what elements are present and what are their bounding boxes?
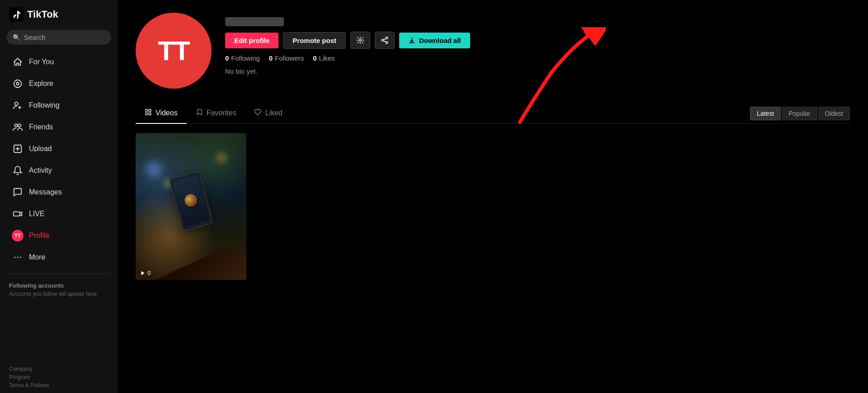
profile-nav-avatar: TT xyxy=(12,230,24,241)
svg-point-1 xyxy=(14,80,22,88)
globe-on-phone xyxy=(183,192,198,208)
home-icon xyxy=(12,56,24,68)
profile-bio: No bio yet. xyxy=(225,67,470,75)
promote-post-button[interactable]: Promote post xyxy=(283,32,346,49)
main-nav: For You Explore Following Friends xyxy=(0,49,118,270)
play-count-value: 0 xyxy=(147,270,151,276)
tab-liked-label: Liked xyxy=(265,109,282,117)
sidebar-divider xyxy=(6,274,111,274)
tab-videos[interactable]: Videos xyxy=(136,103,187,124)
sidebar-item-upload[interactable]: Upload xyxy=(3,138,115,159)
nav-label-profile: Profile xyxy=(29,232,49,240)
sidebar-item-more[interactable]: More xyxy=(3,247,115,268)
play-icon xyxy=(140,270,146,276)
sort-oldest-button[interactable]: Oldest xyxy=(818,107,850,120)
more-icon xyxy=(12,251,24,263)
video-thumbnail xyxy=(136,133,246,280)
followers-label: Followers xyxy=(275,54,304,62)
svg-rect-7 xyxy=(14,212,20,216)
likes-stat: 0 Likes xyxy=(313,54,335,62)
tab-favorites[interactable]: Favorites xyxy=(187,103,245,124)
svg-point-13 xyxy=(382,39,384,42)
following-icon xyxy=(12,99,24,111)
bokeh-blue xyxy=(145,160,163,178)
search-icon: 🔍 xyxy=(13,34,20,41)
video-card[interactable]: 0 xyxy=(136,133,246,280)
profile-stats: 0 Following 0 Followers 0 Likes xyxy=(225,54,470,62)
svg-rect-18 xyxy=(149,113,151,115)
following-label: Following xyxy=(231,54,259,62)
download-all-label: Download all xyxy=(419,37,461,44)
following-stat[interactable]: 0 Following xyxy=(225,54,260,62)
profile-avatar: TT xyxy=(136,13,212,89)
content-tabs: Videos Favorites Liked Latest Popular Ol… xyxy=(136,103,850,124)
gear-icon xyxy=(356,36,364,44)
search-bar[interactable]: 🔍 Search xyxy=(6,30,111,45)
svg-point-2 xyxy=(16,82,19,85)
svg-rect-17 xyxy=(146,113,148,115)
sidebar-item-friends[interactable]: Friends xyxy=(3,117,115,137)
sidebar-item-live[interactable]: LIVE xyxy=(3,204,115,224)
edit-profile-button[interactable]: Edit profile xyxy=(225,33,278,48)
tab-favorites-label: Favorites xyxy=(207,109,236,117)
sidebar-item-for-you[interactable]: For You xyxy=(3,52,115,72)
sidebar-item-explore[interactable]: Explore xyxy=(3,73,115,94)
svg-point-12 xyxy=(386,37,388,39)
svg-point-4 xyxy=(14,124,17,127)
liked-tab-icon xyxy=(254,109,261,118)
nav-label-messages: Messages xyxy=(29,188,62,196)
sidebar-logo[interactable]: TikTok xyxy=(0,0,118,27)
tab-videos-label: Videos xyxy=(156,109,178,117)
following-accounts-section: Following accounts Accounts you follow w… xyxy=(0,278,118,299)
bokeh-yellow xyxy=(215,151,228,165)
video-play-count: 0 xyxy=(140,270,151,276)
app-title: TikTok xyxy=(27,9,58,20)
following-accounts-title: Following accounts xyxy=(9,282,108,289)
explore-icon xyxy=(12,78,24,90)
svg-marker-19 xyxy=(142,271,145,275)
download-all-button[interactable]: Download all xyxy=(399,33,470,48)
footer-company[interactable]: Company xyxy=(9,366,108,372)
svg-point-3 xyxy=(15,102,18,105)
profile-header: TT Edit profile Promote post Download al… xyxy=(136,13,850,89)
nav-label-live: LIVE xyxy=(29,210,45,218)
following-count: 0 xyxy=(225,54,229,62)
footer-program[interactable]: Program xyxy=(9,374,108,380)
settings-icon-button[interactable] xyxy=(350,32,370,49)
svg-rect-16 xyxy=(149,109,151,112)
profile-info: Edit profile Promote post Download all 0… xyxy=(225,13,470,75)
friends-icon xyxy=(12,121,24,133)
sort-popular-button[interactable]: Popular xyxy=(782,107,817,120)
tab-liked[interactable]: Liked xyxy=(245,103,291,124)
nav-label-explore: Explore xyxy=(29,80,53,88)
sidebar-item-activity[interactable]: Activity xyxy=(3,160,115,181)
svg-point-11 xyxy=(359,39,362,42)
following-accounts-subtitle: Accounts you follow will appear here xyxy=(9,291,108,297)
likes-label: Likes xyxy=(319,54,335,62)
live-icon xyxy=(12,208,24,220)
download-icon xyxy=(408,37,415,44)
share-icon-button[interactable] xyxy=(375,32,395,49)
followers-stat[interactable]: 0 Followers xyxy=(269,54,304,62)
nav-label-more: More xyxy=(29,253,45,261)
profile-username xyxy=(225,17,284,26)
favorites-tab-icon xyxy=(196,109,203,118)
tabs-list: Videos Favorites Liked xyxy=(136,103,292,123)
nav-label-following: Following xyxy=(29,101,60,109)
nav-label-for-you: For You xyxy=(29,58,54,66)
upload-icon xyxy=(12,143,24,155)
sidebar-item-messages[interactable]: Messages xyxy=(3,182,115,203)
messages-icon xyxy=(12,186,24,198)
sort-latest-button[interactable]: Latest xyxy=(750,107,781,120)
nav-label-activity: Activity xyxy=(29,166,52,175)
sidebar-item-profile[interactable]: TT Profile xyxy=(3,225,115,246)
tiktok-logo-icon xyxy=(9,7,24,22)
search-label: Search xyxy=(24,33,46,41)
svg-rect-0 xyxy=(9,7,24,22)
nav-label-friends: Friends xyxy=(29,123,53,131)
svg-point-9 xyxy=(17,257,19,258)
activity-icon xyxy=(12,165,24,176)
sidebar-item-following[interactable]: Following xyxy=(3,95,115,116)
footer-terms[interactable]: Terms & Policies xyxy=(9,382,108,388)
svg-point-14 xyxy=(386,42,388,44)
